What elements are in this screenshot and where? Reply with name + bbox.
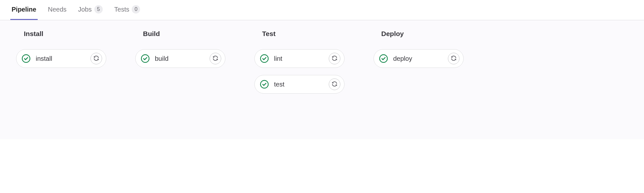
svg-point-6: [260, 55, 268, 62]
status-success-icon: [260, 80, 269, 89]
stage-title: Build: [135, 30, 225, 38]
tab-label: Tests: [114, 6, 129, 13]
retry-icon: [212, 55, 219, 62]
tab-badge: 5: [94, 5, 103, 14]
job-lint[interactable]: lint: [254, 49, 345, 68]
stages-row: Install install: [16, 30, 628, 94]
retry-icon: [331, 81, 338, 88]
svg-point-0: [22, 55, 30, 62]
retry-button[interactable]: [329, 53, 340, 64]
stage-test: Test lint: [254, 30, 345, 94]
status-success-icon: [260, 54, 269, 63]
job-name: deploy: [393, 55, 448, 62]
retry-icon: [331, 55, 338, 62]
job-test[interactable]: test: [254, 75, 345, 94]
status-success-icon: [379, 54, 388, 63]
retry-button[interactable]: [448, 53, 459, 64]
tab-pipeline[interactable]: Pipeline: [10, 1, 38, 20]
job-name: build: [155, 55, 210, 62]
retry-icon: [93, 55, 99, 62]
stage-title: Test: [254, 30, 345, 38]
job-name: test: [274, 81, 329, 88]
job-deploy[interactable]: deploy: [374, 49, 464, 68]
svg-point-9: [260, 80, 268, 88]
stage-install: Install install: [16, 30, 106, 94]
retry-icon: [450, 55, 457, 62]
job-install[interactable]: install: [16, 49, 106, 68]
svg-point-12: [380, 55, 387, 62]
retry-button[interactable]: [90, 53, 102, 64]
job-build[interactable]: build: [135, 49, 225, 68]
job-name: lint: [274, 55, 329, 62]
job-name: install: [36, 55, 90, 62]
stage-title: Deploy: [374, 30, 464, 38]
tab-jobs[interactable]: Jobs 5: [77, 0, 104, 20]
pipeline-tabs: Pipeline Needs Jobs 5 Tests 0: [0, 0, 644, 20]
stage-jobs: deploy: [374, 49, 464, 68]
tab-label: Jobs: [78, 6, 92, 13]
tab-needs[interactable]: Needs: [47, 1, 68, 20]
stage-jobs: lint: [254, 49, 345, 94]
status-success-icon: [22, 54, 31, 63]
stage-deploy: Deploy deploy: [374, 30, 464, 94]
stage-build: Build build: [135, 30, 225, 94]
status-success-icon: [141, 54, 150, 63]
tab-tests[interactable]: Tests 0: [113, 0, 142, 20]
pipeline-graph: Install install: [0, 20, 644, 139]
stage-jobs: build: [135, 49, 225, 68]
svg-point-3: [141, 55, 149, 62]
retry-button[interactable]: [329, 78, 340, 90]
tab-label: Pipeline: [12, 6, 36, 13]
stage-jobs: install: [16, 49, 106, 68]
tab-badge: 0: [132, 5, 140, 14]
retry-button[interactable]: [210, 53, 221, 64]
stage-title: Install: [16, 30, 106, 38]
tab-label: Needs: [48, 6, 67, 13]
